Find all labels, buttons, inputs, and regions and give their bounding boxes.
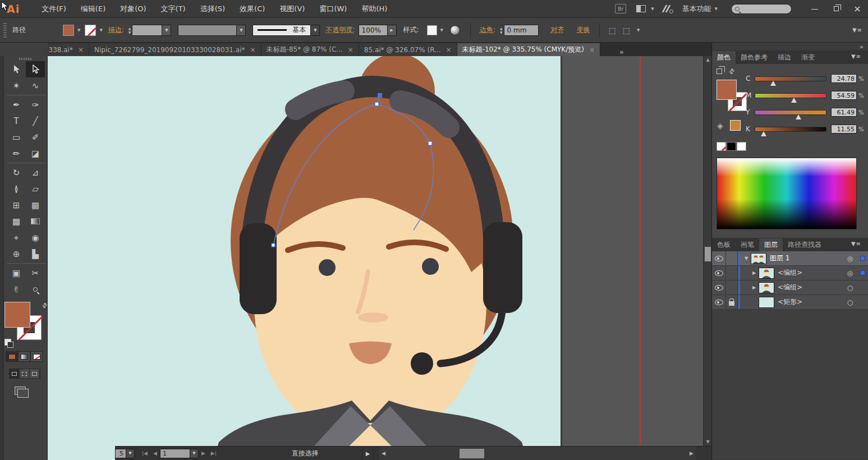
- menu-window[interactable]: 窗口(W): [319, 4, 347, 14]
- zoom-level-field[interactable]: 5: [115, 449, 126, 458]
- swap-fill-stroke-icon[interactable]: ⇄: [727, 66, 737, 76]
- menu-object[interactable]: 对象(O): [120, 4, 146, 14]
- tab-overflow-icon[interactable]: »: [615, 48, 628, 56]
- white-swatch[interactable]: [737, 142, 746, 151]
- column-graph-tool[interactable]: ▙: [26, 246, 45, 262]
- layer-name[interactable]: <编组>: [778, 283, 802, 292]
- close-icon[interactable]: ×: [446, 46, 451, 54]
- stroke-panel-link[interactable]: 描边:: [108, 25, 124, 35]
- horizontal-scroll-track[interactable]: [388, 447, 687, 460]
- shape-builder-tool[interactable]: ⊞: [7, 197, 26, 213]
- visibility-toggle[interactable]: [712, 280, 726, 295]
- workspace-switcher[interactable]: 基本功能 ▼: [682, 4, 718, 14]
- select-similar-objects-icon[interactable]: ⬚: [623, 26, 630, 35]
- slider-thumb[interactable]: [770, 81, 776, 86]
- opacity-dropdown[interactable]: ▶: [388, 25, 397, 36]
- none-swatch[interactable]: [717, 142, 726, 151]
- control-panel-menu-icon[interactable]: ▼≡: [852, 27, 862, 33]
- scroll-right-icon[interactable]: ▶: [687, 450, 696, 456]
- tab-gradient[interactable]: 渐变: [796, 51, 820, 64]
- eyedropper-tool[interactable]: ⌖: [7, 229, 26, 246]
- cyan-slider[interactable]: [755, 76, 826, 81]
- layer-row[interactable]: ▼ 图层 1 ◎: [712, 251, 868, 266]
- layer-row[interactable]: ▶ <编组> ○: [712, 280, 868, 295]
- color-group-icon[interactable]: [717, 68, 722, 74]
- menu-view[interactable]: 视图(V): [279, 4, 305, 14]
- close-icon[interactable]: ×: [348, 46, 353, 54]
- layer-thumbnail[interactable]: [759, 297, 774, 308]
- tab-color[interactable]: 颜色: [712, 51, 736, 64]
- eraser-tool[interactable]: ◪: [26, 145, 45, 162]
- perspective-grid-tool[interactable]: ▦: [26, 197, 45, 213]
- scroll-up-icon[interactable]: ▲: [704, 56, 711, 64]
- artwork-illustration[interactable]: [48, 56, 561, 460]
- none-mode-button[interactable]: [30, 351, 43, 362]
- document-canvas[interactable]: ▲ ▼ 5 ▼ |◀ ◀ 1 ▼ ▶ ▶| 直接选择 ▶ ◀ ▶: [48, 56, 711, 460]
- variable-width-profile-field[interactable]: [178, 25, 237, 36]
- menu-select[interactable]: 选择(S): [200, 4, 225, 14]
- selected-art-indicator[interactable]: [857, 256, 868, 261]
- layer-row[interactable]: <矩形> ○: [712, 295, 868, 310]
- color-mode-button[interactable]: [6, 351, 18, 362]
- direct-selection-tool[interactable]: [26, 61, 45, 77]
- layer-thumbnail[interactable]: [759, 282, 774, 293]
- last-artboard-button[interactable]: ▶|: [208, 450, 219, 456]
- in-gamut-swatch[interactable]: [730, 120, 741, 131]
- isolate-selected-object-icon[interactable]: ⬚: [609, 26, 616, 35]
- document-tab[interactable]: 338.ai* ×: [48, 43, 89, 56]
- opacity-field[interactable]: 100%: [359, 25, 388, 36]
- color-panel-menu-icon[interactable]: ▼≡: [851, 53, 861, 59]
- expand-icon[interactable]: ▶: [750, 285, 759, 290]
- layer-name[interactable]: 图层 1: [770, 254, 789, 263]
- visibility-toggle[interactable]: [712, 251, 726, 265]
- fill-proxy-swatch[interactable]: [717, 80, 737, 100]
- scroll-left-icon[interactable]: ◀: [379, 450, 388, 456]
- out-of-gamut-cube-icon[interactable]: ◈: [717, 121, 723, 130]
- black-swatch[interactable]: [727, 142, 736, 151]
- slider-thumb[interactable]: [796, 114, 801, 119]
- lock-toggle[interactable]: [726, 295, 738, 309]
- paintbrush-tool[interactable]: ✐: [26, 129, 45, 145]
- artboard-number-field[interactable]: 1: [160, 449, 190, 458]
- brush-definition-dropdown[interactable]: ▼: [311, 25, 320, 36]
- artboard-dropdown[interactable]: ▼: [190, 449, 199, 458]
- stroke-color-swatch[interactable]: ▼: [85, 25, 102, 36]
- zoom-tool[interactable]: [26, 281, 45, 297]
- control-bar-grip[interactable]: [3, 23, 7, 38]
- layer-name[interactable]: <编组>: [778, 268, 802, 278]
- next-artboard-button[interactable]: ▶: [199, 450, 208, 456]
- horizontal-scrollbar[interactable]: ◀ ▶: [378, 447, 696, 460]
- change-screen-mode-button[interactable]: [15, 387, 26, 395]
- toolbar-drag-handle[interactable]: [19, 58, 31, 60]
- artboard-tool[interactable]: ▣: [7, 265, 26, 281]
- width-tool[interactable]: ≬: [7, 181, 26, 197]
- magic-wand-tool[interactable]: ✶: [7, 77, 26, 94]
- expand-icon[interactable]: ▼: [742, 256, 751, 261]
- lock-toggle[interactable]: [726, 280, 738, 295]
- search-input[interactable]: [731, 4, 792, 14]
- layer-name[interactable]: <矩形>: [778, 297, 802, 307]
- close-icon[interactable]: ×: [250, 46, 256, 54]
- target-icon[interactable]: ○: [843, 284, 857, 292]
- vertical-scroll-thumb[interactable]: [705, 247, 711, 261]
- menu-help[interactable]: 帮助(H): [361, 4, 387, 14]
- mesh-tool[interactable]: ▩: [7, 213, 26, 229]
- corner-stepper[interactable]: ▲▼: [500, 26, 503, 34]
- tab-brushes[interactable]: 画笔: [736, 238, 759, 251]
- arrange-documents-dropdown[interactable]: ▼: [651, 7, 654, 11]
- document-tab[interactable]: 85.ai* @ 326.07% (R... ×: [359, 43, 457, 56]
- close-button[interactable]: ×: [847, 2, 868, 16]
- gradient-mode-button[interactable]: [18, 351, 30, 362]
- slider-thumb[interactable]: [761, 131, 766, 136]
- opacity-link[interactable]: 不透明度:: [325, 25, 355, 35]
- expand-icon[interactable]: ▶: [750, 270, 759, 275]
- lock-toggle[interactable]: [726, 266, 738, 280]
- tab-color-guide[interactable]: 颜色参考: [736, 51, 773, 64]
- tab-stroke[interactable]: 描边: [773, 51, 796, 64]
- menu-edit[interactable]: 编辑(E): [81, 4, 105, 14]
- transform-link[interactable]: 变换: [577, 25, 590, 35]
- symbol-sprayer-tool[interactable]: ⊕: [7, 246, 26, 262]
- style-swatch[interactable]: ▼: [427, 25, 443, 35]
- cyan-value-field[interactable]: 24.78: [831, 74, 857, 83]
- line-segment-tool[interactable]: ╱: [26, 113, 45, 129]
